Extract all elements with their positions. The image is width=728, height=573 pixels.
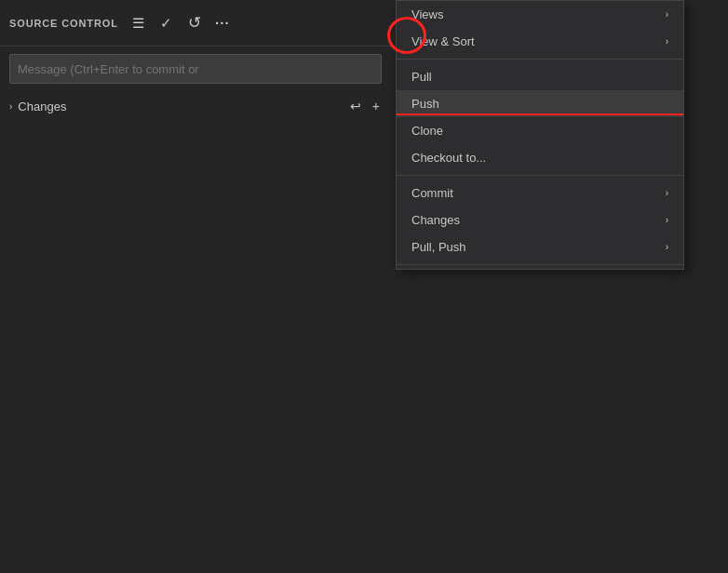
menu-item-changes[interactable]: Changes › [397, 207, 683, 233]
views-chevron-icon: › [666, 9, 668, 20]
changes-menu-label: Changes [411, 213, 666, 227]
menu-item-pull[interactable]: Pull [397, 63, 683, 90]
header-icons: ☰ ✓ ↺ ··· [128, 12, 234, 34]
menu-item-views[interactable]: Views › [397, 1, 683, 28]
more-icon[interactable]: ··· [211, 12, 234, 34]
view-sort-chevron-icon: › [666, 36, 668, 47]
commit-chevron-icon: › [666, 188, 668, 198]
push-label: Push [411, 97, 668, 111]
pull-push-label: Pull, Push [411, 240, 666, 254]
source-control-panel: SOURCE CONTROL ☰ ✓ ↺ ··· › Changes ↩ + [0, 0, 391, 573]
refresh-icon[interactable]: ↺ [183, 12, 206, 34]
source-control-title: SOURCE CONTROL [9, 18, 118, 29]
menu-item-checkout[interactable]: Checkout to... [397, 144, 683, 171]
check-icon[interactable]: ✓ [155, 12, 178, 34]
source-control-header: SOURCE CONTROL ☰ ✓ ↺ ··· [0, 0, 391, 47]
separator-3 [397, 264, 683, 265]
list-icon[interactable]: ☰ [128, 12, 150, 34]
commit-label: Commit [411, 186, 666, 200]
views-label: Views [411, 7, 666, 21]
stage-all-icon[interactable]: + [371, 97, 382, 115]
pull-label: Pull [411, 70, 668, 84]
changes-action-icons: ↩ + [348, 97, 382, 115]
changes-label: Changes [18, 100, 342, 113]
menu-item-commit[interactable]: Commit › [397, 180, 683, 207]
clone-label: Clone [411, 124, 668, 138]
menu-item-view-sort[interactable]: View & Sort › [397, 28, 683, 55]
context-menu: Views › View & Sort › Pull Push Clone Ch… [396, 0, 684, 270]
changes-chevron-icon: › [9, 101, 12, 112]
separator-2 [397, 175, 683, 176]
changes-row: › Changes ↩ + [0, 91, 391, 121]
menu-item-pull-push[interactable]: Pull, Push › [397, 233, 683, 260]
changes-chevron-icon: › [666, 215, 668, 225]
pull-push-chevron-icon: › [666, 242, 668, 252]
separator-1 [397, 59, 683, 60]
view-sort-label: View & Sort [411, 34, 666, 48]
discard-all-icon[interactable]: ↩ [348, 97, 363, 115]
commit-message-input[interactable] [9, 54, 382, 84]
menu-item-clone[interactable]: Clone [397, 117, 683, 144]
checkout-label: Checkout to... [411, 151, 668, 165]
menu-item-push[interactable]: Push [397, 90, 683, 117]
push-underline-annotation [397, 113, 683, 115]
